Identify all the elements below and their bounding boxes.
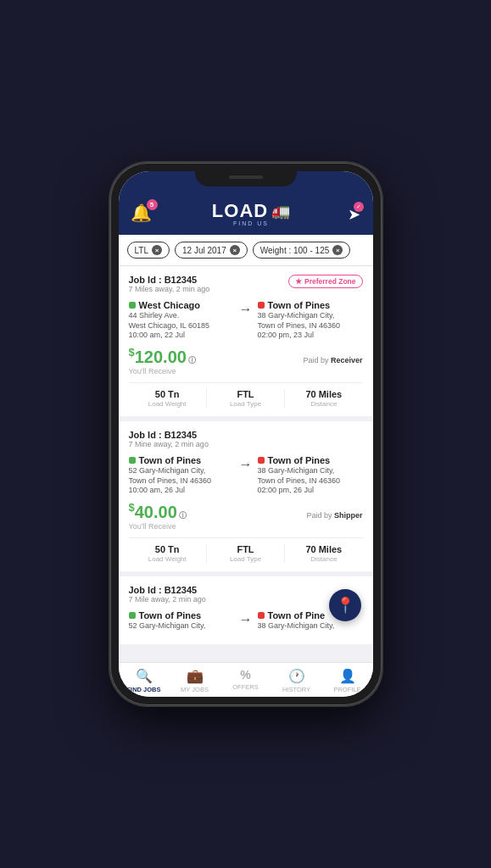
origin-name-2: Town of Pines [129, 455, 234, 465]
origin-time-1: 10:00 am, 22 Jul [129, 331, 234, 339]
paid-by-1: Paid by Receiver [303, 356, 362, 364]
stat-dist-lbl-1: Distance [285, 400, 362, 408]
price-section-2: $40.00ⓘ You'll Receive [129, 501, 187, 531]
job-card-2-header: Job Id : B12345 7 Mine away, 2 min ago [129, 430, 363, 448]
origin-dot-3 [129, 612, 136, 619]
dest-addr-2: 38 Gary-Michigan City, Town of Pines, IN… [258, 466, 363, 486]
filter-chip-date[interactable]: 12 Jul 2017 × [175, 242, 248, 259]
filter-date-remove[interactable]: × [230, 245, 240, 255]
stat-type-lbl-2: Load Type [207, 555, 284, 563]
job-id-1: Job Id : B12345 [129, 275, 210, 285]
route-arrow-2: → [239, 455, 253, 472]
origin-addr-1: 44 Shirley Ave. West Chicago, IL 60185 [129, 311, 234, 331]
notification-bell[interactable]: 🔔 5 [131, 203, 154, 226]
offers-icon: % [240, 668, 250, 682]
notification-badge: 5 [147, 199, 158, 210]
offers-label: OFFERS [232, 683, 258, 691]
origin-name-3: Town of Pines [129, 610, 234, 620]
my-jobs-icon: 💼 [187, 668, 204, 684]
origin-3: Town of Pines 52 Gary-Michigan City, [129, 610, 234, 632]
nav-offers[interactable]: % OFFERS [220, 668, 271, 693]
nav-my-jobs[interactable]: 💼 MY JOBS [170, 668, 220, 693]
dest-time-2: 02:00 pm, 26 Jul [258, 486, 363, 494]
price-row-1: $120.00ⓘ You'll Receive Paid by Receiver [129, 346, 363, 376]
job-meta-2: 7 Mine away, 2 min ago [129, 440, 209, 448]
filter-date-label: 12 Jul 2017 [182, 246, 226, 255]
stat-weight-1: 50 Tn Load Weight [129, 389, 207, 408]
profile-label: PROFILE [333, 686, 360, 693]
paid-by-value-2: Shipper [334, 511, 363, 520]
job-meta-1: 7 Miles away, 2 min ago [129, 285, 210, 293]
nav-find-jobs[interactable]: 🔍 FIND JOBS [119, 668, 170, 693]
origin-dot-2 [129, 457, 136, 464]
origin-name-1: West Chicago [129, 300, 234, 310]
nav-check-badge: ✓ [354, 202, 364, 212]
dest-name-2: Town of Pines [258, 455, 363, 465]
stat-dist-2: 70 Miles Distance [285, 544, 362, 563]
origin-2: Town of Pines 52 Gary-Michigan City, Tow… [129, 455, 234, 494]
stat-type-1: FTL Load Type [207, 389, 285, 408]
stat-weight-val-2: 50 Tn [129, 544, 206, 554]
app-header: 🔔 5 LOAD 🚛 FIND US ➤ ✓ [119, 197, 373, 235]
job-card-2[interactable]: Job Id : B12345 7 Mine away, 2 min ago T… [119, 421, 373, 571]
info-icon-2: ⓘ [179, 511, 187, 520]
route-row-3: Town of Pines 52 Gary-Michigan City, → T… [129, 610, 363, 632]
nav-icon-container[interactable]: ➤ ✓ [348, 205, 360, 224]
stat-type-val-1: FTL [207, 389, 284, 399]
price-2: $40.00ⓘ [129, 503, 187, 521]
filter-weight-remove[interactable]: × [332, 245, 343, 255]
route-row-1: West Chicago 44 Shirley Ave. West Chicag… [129, 300, 363, 339]
stats-row-1: 50 Tn Load Weight FTL Load Type 70 Miles… [129, 382, 363, 408]
location-pin-icon: 📍 [336, 596, 354, 615]
truck-icon: 🚛 [271, 202, 290, 220]
job-card-1[interactable]: Job Id : B12345 7 Miles away, 2 min ago … [119, 266, 373, 416]
stat-type-2: FTL Load Type [207, 544, 285, 563]
find-jobs-icon: 🔍 [136, 668, 153, 684]
nav-profile[interactable]: 👤 PROFILE [322, 668, 373, 693]
dest-dot-1 [258, 302, 265, 309]
info-icon-1: ⓘ [188, 356, 196, 364]
destination-2: Town of Pines 38 Gary-Michigan City, Tow… [258, 455, 363, 494]
bottom-navigation: 🔍 FIND JOBS 💼 MY JOBS % OFFERS 🕐 HISTORY… [119, 662, 373, 697]
origin-1: West Chicago 44 Shirley Ave. West Chicag… [129, 300, 234, 339]
you-receive-1: You'll Receive [129, 367, 196, 376]
origin-addr-3: 52 Gary-Michigan City, [129, 621, 234, 632]
history-icon: 🕐 [288, 668, 305, 684]
origin-dot-1 [129, 302, 136, 309]
location-fab[interactable]: 📍 [329, 589, 361, 621]
job-card-3-header: Job Id : B12345 7 Mile away, 2 min ago [129, 585, 363, 604]
stat-weight-val-1: 50 Tn [129, 389, 206, 399]
paid-by-value-1: Receiver [331, 356, 363, 364]
notch [195, 171, 297, 186]
route-arrow-1: → [239, 300, 253, 317]
origin-time-2: 10:00 am, 26 Jul [129, 486, 234, 494]
job-id-section-1: Job Id : B12345 7 Miles away, 2 min ago [129, 275, 210, 293]
preferred-zone-label: Preferred Zone [304, 277, 355, 286]
phone-frame: 🔔 5 LOAD 🚛 FIND US ➤ ✓ LTL × 12 [110, 163, 382, 705]
nav-history[interactable]: 🕐 HISTORY [271, 668, 322, 693]
stat-type-lbl-1: Load Type [207, 400, 284, 408]
filter-chip-weight[interactable]: Weight : 100 - 125 × [253, 242, 351, 259]
job-id-3: Job Id : B12345 [129, 585, 206, 595]
job-id-2: Job Id : B12345 [129, 430, 209, 440]
profile-icon: 👤 [339, 668, 356, 684]
notch-bar [119, 171, 373, 197]
filter-ltl-label: LTL [135, 246, 149, 255]
dest-dot-3 [258, 612, 265, 619]
dest-addr-3: 38 Gary-Michigan City, [258, 621, 363, 632]
stat-dist-val-2: 70 Miles [285, 544, 362, 554]
filter-chip-ltl[interactable]: LTL × [127, 242, 170, 259]
filter-ltl-remove[interactable]: × [152, 245, 162, 255]
filter-weight-label: Weight : 100 - 125 [260, 246, 330, 255]
job-id-section-2: Job Id : B12345 7 Mine away, 2 min ago [129, 430, 209, 448]
route-arrow-3: → [239, 610, 253, 627]
price-section-1: $120.00ⓘ You'll Receive [129, 346, 196, 376]
dest-addr-1: 38 Gary-Michigan City, Town of Pines, IN… [258, 311, 363, 331]
stat-weight-lbl-2: Load Weight [129, 555, 206, 563]
stat-dist-1: 70 Miles Distance [285, 389, 362, 408]
history-label: HISTORY [282, 686, 310, 693]
stat-weight-2: 50 Tn Load Weight [129, 544, 207, 563]
origin-addr-2: 52 Gary-Michigan City, Town of Pines, IN… [129, 466, 234, 486]
jobs-list[interactable]: Job Id : B12345 7 Miles away, 2 min ago … [119, 266, 373, 662]
speaker [229, 175, 263, 179]
